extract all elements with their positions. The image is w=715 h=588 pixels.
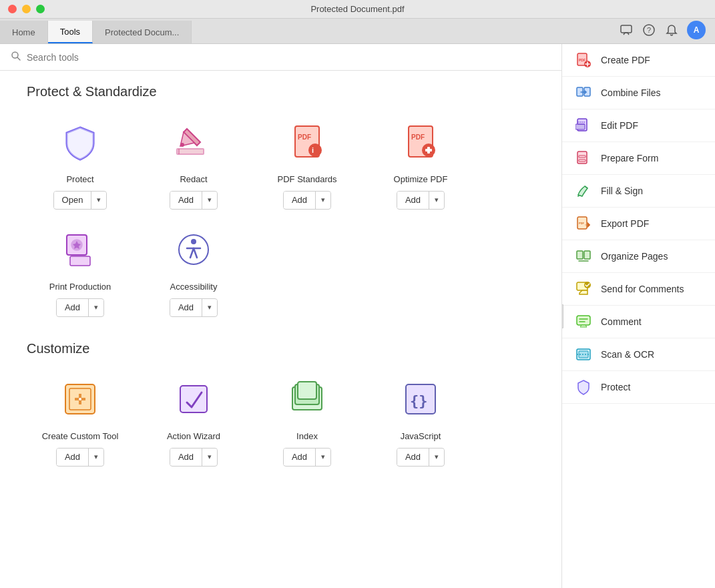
tab-home[interactable]: Home xyxy=(0,21,48,43)
print-production-add-btn[interactable]: Add xyxy=(57,299,88,316)
optimize-pdf-add-btn[interactable]: Add xyxy=(397,192,429,208)
tab-bar: Home Tools Protected Docum... ? A xyxy=(0,19,715,44)
optimize-pdf-dropdown-btn[interactable]: ▾ xyxy=(429,192,444,208)
section-title-customize: Customize xyxy=(27,341,535,356)
edit-pdf-icon xyxy=(574,116,593,135)
action-wizard-dropdown-btn[interactable]: ▾ xyxy=(202,449,217,465)
redact-dropdown-btn[interactable]: ▾ xyxy=(202,192,217,208)
tool-create-custom: Create Custom Tool Add ▾ xyxy=(27,372,134,467)
svg-rect-16 xyxy=(427,147,430,154)
svg-rect-0 xyxy=(621,25,632,33)
svg-text:PDF: PDF xyxy=(579,58,585,62)
pdf-standards-dropdown-btn[interactable]: ▾ xyxy=(316,192,330,208)
print-production-label: Print Production xyxy=(49,282,111,293)
create-custom-label: Create Custom Tool xyxy=(42,431,119,443)
index-icon xyxy=(280,372,334,426)
sidebar-collapse-btn[interactable]: ▶ xyxy=(561,304,563,328)
sidebar-item-prepare-form[interactable]: Prepare Form xyxy=(562,142,715,175)
sidebar-item-organize-pages[interactable]: Organize Pages xyxy=(562,240,715,273)
sidebar-scan-ocr-label: Scan & OCR xyxy=(601,349,654,360)
svg-point-7 xyxy=(180,143,184,147)
sidebar-create-pdf-label: Create PDF xyxy=(601,55,650,65)
tab-document[interactable]: Protected Docum... xyxy=(93,21,192,43)
create-custom-add-btn[interactable]: Add xyxy=(57,449,88,465)
sidebar-item-send-comments[interactable]: Send for Comments xyxy=(562,273,715,306)
action-wizard-add-btn[interactable]: Add xyxy=(170,449,202,465)
tool-accessibility: Accessibility Add ▾ xyxy=(140,223,247,317)
pdf-standards-add-btn[interactable]: Add xyxy=(284,192,315,208)
svg-point-21 xyxy=(191,239,196,244)
tool-optimize-pdf: PDF Optimize PDF Add ▾ xyxy=(367,115,474,210)
accessibility-label: Accessibility xyxy=(170,282,218,293)
accessibility-btn-group: Add ▾ xyxy=(170,298,218,317)
tab-tools[interactable]: Tools xyxy=(48,21,93,43)
optimize-pdf-btn-group: Add ▾ xyxy=(397,191,445,210)
svg-line-4 xyxy=(17,57,20,60)
create-pdf-icon: PDF xyxy=(574,51,593,69)
javascript-dropdown-btn[interactable]: ▾ xyxy=(429,449,444,465)
protect-open-btn[interactable]: Open xyxy=(54,192,91,208)
window-controls xyxy=(8,5,45,13)
tool-print-production: Print Production Add ▾ xyxy=(27,223,134,317)
protect-label: Protect xyxy=(66,174,93,186)
protect-dropdown-btn[interactable]: ▾ xyxy=(91,192,106,208)
sidebar-item-edit-pdf[interactable]: Edit PDF xyxy=(562,109,715,142)
sidebar-item-protect[interactable]: Protect xyxy=(562,371,715,404)
svg-text:?: ? xyxy=(647,26,651,34)
javascript-label: JavaScript xyxy=(401,431,441,443)
action-wizard-label: Action Wizard xyxy=(167,431,220,443)
sidebar-comment-label: Comment xyxy=(601,316,642,327)
tool-protect: Protect Open ▾ xyxy=(27,115,134,210)
optimize-pdf-icon: PDF xyxy=(394,115,447,169)
window-title: Protected Document.pdf xyxy=(310,4,404,14)
accessibility-icon xyxy=(167,223,220,276)
sidebar-item-export-pdf[interactable]: PDF Export PDF xyxy=(562,208,715,240)
tools-scroll-area[interactable]: Protect & Standardize Protect Open ▾ xyxy=(0,71,561,588)
minimize-button[interactable] xyxy=(22,5,31,13)
sidebar-edit-pdf-label: Edit PDF xyxy=(601,120,638,131)
redact-btn-group: Add ▾ xyxy=(170,191,218,210)
sidebar-item-fill-sign[interactable]: Fill & Sign xyxy=(562,175,715,208)
sidebar-organize-pages-label: Organize Pages xyxy=(601,251,668,262)
sidebar-item-create-pdf[interactable]: PDF Create PDF xyxy=(562,44,715,77)
chat-icon[interactable] xyxy=(619,23,634,37)
action-wizard-icon xyxy=(167,372,220,426)
sidebar-item-comment[interactable]: Comment xyxy=(562,306,715,338)
create-custom-icon xyxy=(53,372,107,426)
index-dropdown-btn[interactable]: ▾ xyxy=(316,449,330,465)
sidebar-combine-files-label: Combine Files xyxy=(601,87,660,98)
create-custom-dropdown-btn[interactable]: ▾ xyxy=(89,449,103,465)
print-production-icon xyxy=(53,223,107,276)
redact-add-btn[interactable]: Add xyxy=(170,192,202,208)
close-button[interactable] xyxy=(8,5,17,13)
comment-icon xyxy=(574,312,593,331)
accessibility-add-btn[interactable]: Add xyxy=(170,299,202,316)
svg-rect-5 xyxy=(177,149,204,154)
javascript-add-btn[interactable]: Add xyxy=(397,449,429,465)
svg-point-24 xyxy=(79,398,81,400)
svg-rect-25 xyxy=(180,386,207,412)
export-pdf-icon: PDF xyxy=(574,214,593,233)
print-production-btn-group: Add ▾ xyxy=(56,298,104,317)
organize-pages-icon xyxy=(574,247,593,266)
search-bar xyxy=(0,44,561,71)
svg-text:PDF: PDF xyxy=(298,133,311,141)
sidebar-export-pdf-label: Export PDF xyxy=(601,218,649,229)
print-production-dropdown-btn[interactable]: ▾ xyxy=(89,300,103,315)
send-comments-icon xyxy=(574,280,593,298)
optimize-pdf-label: Optimize PDF xyxy=(394,174,448,186)
notifications-icon[interactable] xyxy=(664,23,679,37)
svg-rect-28 xyxy=(298,382,316,399)
svg-text:i: i xyxy=(312,146,314,154)
accessibility-dropdown-btn[interactable]: ▾ xyxy=(202,300,217,315)
search-input[interactable] xyxy=(27,52,551,63)
user-avatar[interactable]: A xyxy=(687,21,706,39)
maximize-button[interactable] xyxy=(36,5,45,13)
tool-pdf-standards: PDF i PDF Standards Add ▾ xyxy=(254,115,361,210)
sidebar-item-scan-ocr[interactable]: Scan & OCR xyxy=(562,338,715,371)
svg-text:PDF: PDF xyxy=(579,222,585,225)
sidebar-item-combine-files[interactable]: Combine Files xyxy=(562,77,715,109)
protect-sidebar-icon xyxy=(574,378,593,396)
help-icon[interactable]: ? xyxy=(642,23,656,37)
index-add-btn[interactable]: Add xyxy=(284,449,315,465)
